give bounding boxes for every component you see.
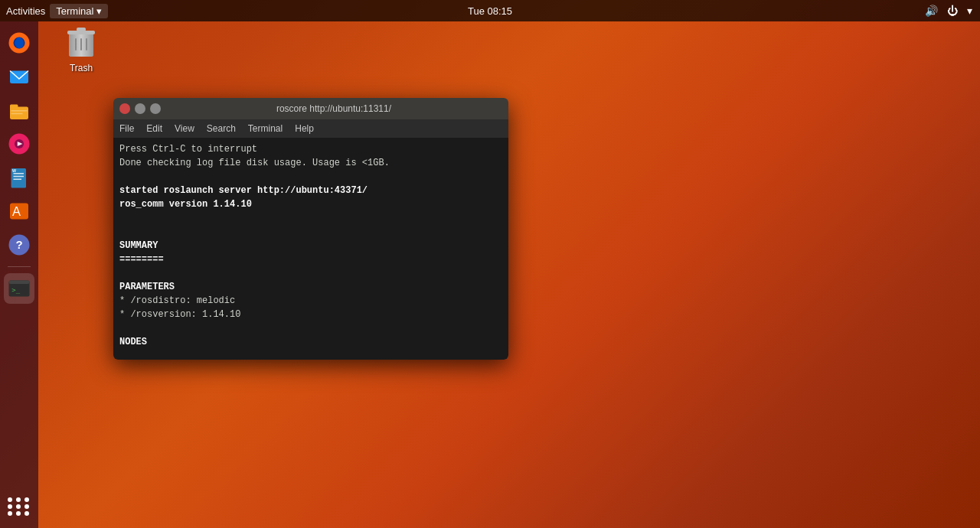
svg-rect-4 xyxy=(10,105,18,109)
svg-rect-5 xyxy=(11,110,28,112)
terminal-title: roscore http://ubuntu:11311/ xyxy=(165,103,502,114)
topbar-terminal-arrow: ▾ xyxy=(96,5,102,17)
dock-item-email[interactable] xyxy=(4,61,34,92)
dock-item-terminal[interactable]: >_ xyxy=(4,273,34,304)
terminal-line-12: * /rosdistro: melodic xyxy=(119,294,502,308)
terminal-titlebar: roscore http://ubuntu:11311/ xyxy=(113,98,508,119)
minimize-button[interactable] xyxy=(135,103,145,114)
terminal-line-3 xyxy=(119,170,502,184)
topbar: Activities Terminal ▾ Tue 08:15 🔊 ⏻ ▾ xyxy=(0,0,980,21)
terminal-line-13: * /rosversion: 1.14.10 xyxy=(119,308,502,321)
dock-apps-button[interactable] xyxy=(4,491,34,522)
svg-text:W: W xyxy=(12,168,16,173)
close-button[interactable] xyxy=(119,103,130,114)
menu-edit[interactable]: Edit xyxy=(146,123,162,134)
svg-rect-12 xyxy=(14,173,24,174)
menu-view[interactable]: View xyxy=(175,123,194,134)
terminal-window: roscore http://ubuntu:11311/ File Edit V… xyxy=(113,98,508,360)
apps-grid-icon xyxy=(8,497,31,516)
dock-item-rhythmbox[interactable] xyxy=(4,129,34,159)
terminal-line-6 xyxy=(119,211,502,225)
terminal-line-1: Press Ctrl-C to interrupt xyxy=(119,142,502,156)
menu-help[interactable]: Help xyxy=(295,123,314,134)
topbar-settings-arrow-icon[interactable]: ▾ xyxy=(967,5,972,17)
terminal-line-15: NODES xyxy=(119,335,502,349)
svg-rect-27 xyxy=(86,38,87,51)
terminal-line-2: Done checking log file disk usage. Usage… xyxy=(119,156,502,170)
svg-rect-26 xyxy=(80,38,82,51)
svg-rect-14 xyxy=(14,179,22,181)
terminal-line-16 xyxy=(119,349,502,360)
terminal-line-10 xyxy=(119,266,502,280)
dock-item-files[interactable] xyxy=(4,95,34,125)
svg-rect-25 xyxy=(75,38,77,51)
svg-text:>_: >_ xyxy=(11,286,20,294)
dock: W A ? >_ xyxy=(0,21,38,528)
terminal-line-8: SUMMARY xyxy=(119,239,502,253)
dock-item-libreoffice-writer[interactable]: W xyxy=(4,162,34,193)
terminal-line-7 xyxy=(119,225,502,239)
sound-icon[interactable]: 🔊 xyxy=(925,5,938,17)
terminal-line-11: PARAMETERS xyxy=(119,280,502,294)
menu-search[interactable]: Search xyxy=(207,123,236,134)
trash-icon xyxy=(63,23,100,60)
terminal-line-5: ros_comm version 1.14.10 xyxy=(119,197,502,211)
terminal-line-4: started roslaunch server http://ubuntu:4… xyxy=(119,184,502,197)
svg-text:?: ? xyxy=(16,238,23,251)
topbar-terminal-label: Terminal xyxy=(56,5,93,17)
topbar-terminal-button[interactable]: Terminal ▾ xyxy=(50,4,108,18)
topbar-left: Activities Terminal ▾ xyxy=(0,4,108,18)
topbar-right: 🔊 ⏻ ▾ xyxy=(925,5,980,17)
dock-separator xyxy=(8,266,31,267)
activities-button[interactable]: Activities xyxy=(6,5,45,17)
menu-terminal[interactable]: Terminal xyxy=(248,123,283,134)
trash-label: Trash xyxy=(70,63,93,73)
dock-item-help[interactable]: ? xyxy=(4,230,34,260)
svg-text:A: A xyxy=(12,204,21,218)
power-icon[interactable]: ⏻ xyxy=(947,5,958,17)
desktop-icon-trash[interactable]: Trash xyxy=(51,23,112,73)
maximize-button[interactable] xyxy=(150,103,161,114)
svg-rect-6 xyxy=(11,113,23,115)
terminal-body[interactable]: Press Ctrl-C to interrupt Done checking … xyxy=(113,138,508,360)
menu-file[interactable]: File xyxy=(119,123,134,134)
dock-item-firefox[interactable] xyxy=(4,28,34,58)
svg-rect-29 xyxy=(77,28,86,31)
terminal-line-14 xyxy=(119,321,502,335)
terminal-line-9: ======== xyxy=(119,253,502,266)
svg-rect-13 xyxy=(14,176,24,178)
svg-rect-21 xyxy=(9,281,30,285)
terminal-menubar: File Edit View Search Terminal Help xyxy=(113,119,508,138)
dock-item-software-center[interactable]: A xyxy=(4,196,34,227)
topbar-datetime[interactable]: Tue 08:15 xyxy=(468,5,512,17)
